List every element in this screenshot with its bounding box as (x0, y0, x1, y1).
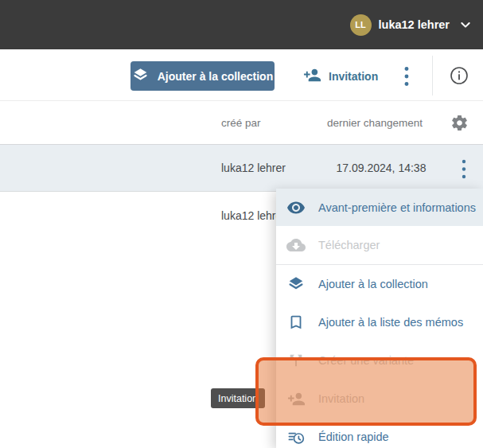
menu-item-label: Invitation (318, 392, 364, 405)
eye-icon (286, 198, 306, 217)
menu-item-create-variant: Créer une variante (276, 341, 483, 380)
menu-item-add-to-collection[interactable]: Ajouter à la collection (276, 265, 483, 303)
call-split-icon (286, 351, 306, 370)
column-header-last-change[interactable]: dernier changement (323, 101, 427, 145)
menu-item-label: Ajouter à la liste des mémos (318, 316, 463, 329)
cell-created-by: luka12 lehrer (221, 145, 286, 191)
toolbar-divider (432, 56, 433, 95)
add-to-collection-button[interactable]: Ajouter à la collection (130, 61, 275, 91)
info-button[interactable] (449, 65, 469, 85)
layers-icon (132, 67, 149, 86)
menu-item-label: Avant-première et informations (318, 201, 476, 214)
menu-item-quick-edit[interactable]: Édition rapide (276, 418, 483, 448)
user-name: luka12 lehrer (379, 18, 450, 31)
person-add-icon (286, 389, 306, 408)
add-to-collection-label: Ajouter à la collection (158, 70, 273, 83)
invitation-label: Invitation (329, 70, 378, 83)
invitation-tooltip: Invitation (211, 388, 265, 408)
user-menu[interactable]: LL luka12 lehrer (350, 0, 472, 49)
context-menu: Avant-première et informations Télécharg… (276, 189, 483, 448)
menu-item-label: Créer une variante (318, 354, 414, 367)
quick-edit-icon (286, 427, 306, 446)
chevron-down-icon[interactable] (459, 18, 472, 31)
menu-item-add-to-memo-list[interactable]: Ajouter à la liste des mémos (276, 303, 483, 341)
cell-last-change: 17.09.2024, 14:38 (321, 145, 442, 191)
menu-item-invitation: Invitation (276, 380, 483, 418)
person-add-icon (303, 66, 321, 87)
menu-item-label: Télécharger (318, 239, 380, 251)
topbar: LL luka12 lehrer (0, 0, 483, 49)
menu-item-preview-informations[interactable]: Avant-première et informations (276, 189, 483, 226)
gear-icon[interactable] (450, 114, 469, 132)
layers-icon (286, 275, 306, 294)
menu-item-download: Télécharger (276, 226, 483, 264)
menu-item-label: Édition rapide (318, 430, 389, 443)
avatar-initials: LL (355, 20, 365, 29)
kebab-menu-button[interactable] (399, 64, 414, 88)
column-header-created-by[interactable]: créé par (221, 101, 261, 145)
menu-item-label: Ajouter à la collection (318, 278, 428, 290)
bookmark-icon (286, 313, 306, 332)
invitation-button[interactable]: Invitation (303, 61, 378, 91)
table-row[interactable]: luka12 lehrer 17.09.2024, 14:38 (0, 145, 483, 192)
cloud-download-icon (286, 236, 306, 255)
app-window: LL luka12 lehrer Ajouter à la collection… (0, 0, 483, 448)
row-kebab-button[interactable] (457, 158, 471, 179)
avatar: LL (350, 14, 372, 36)
table-header: créé par dernier changement (0, 101, 483, 145)
